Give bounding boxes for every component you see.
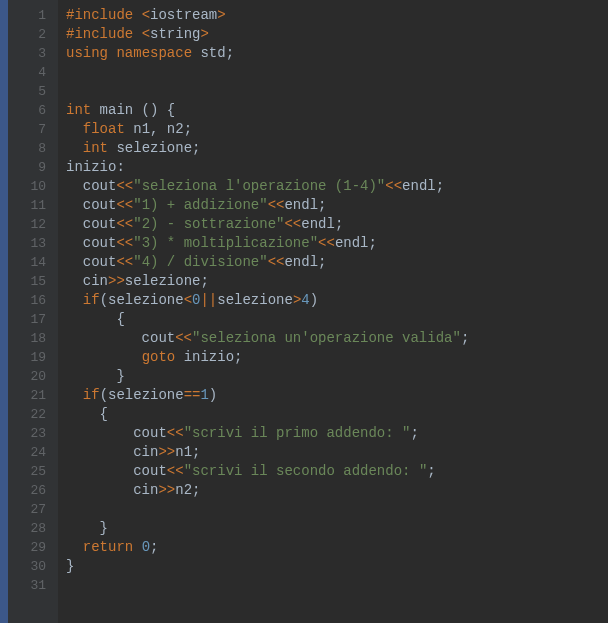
code-token-op: <<	[116, 178, 133, 194]
code-token-number: 4	[301, 292, 309, 308]
code-editor-area[interactable]: #include <iostream>#include <string>usin…	[58, 0, 608, 623]
code-token-string: "1) + addizione"	[133, 197, 267, 213]
code-line[interactable]: if(selezione<0||selezione>4)	[66, 291, 608, 310]
line-number: 28	[8, 519, 58, 538]
code-token-default: cout	[66, 330, 175, 346]
code-token-default: main () {	[100, 102, 176, 118]
code-line[interactable]	[66, 576, 608, 595]
code-token-default: ;	[461, 330, 469, 346]
code-token-type: float	[83, 121, 133, 137]
code-line[interactable]: cout<<"scrivi il secondo addendo: ";	[66, 462, 608, 481]
code-token-default	[66, 121, 83, 137]
code-token-op: <<	[175, 330, 192, 346]
code-line[interactable]: #include <string>	[66, 25, 608, 44]
code-token-default: cout	[66, 216, 116, 232]
line-number: 7	[8, 120, 58, 139]
code-line[interactable]	[66, 82, 608, 101]
line-number: 27	[8, 500, 58, 519]
code-line[interactable]: cout<<"scrivi il primo addendo: ";	[66, 424, 608, 443]
code-line[interactable]: cout<<"1) + addizione"<<endl;	[66, 196, 608, 215]
code-line[interactable]: using namespace std;	[66, 44, 608, 63]
code-token-keyword: return	[83, 539, 142, 555]
code-line[interactable]: {	[66, 310, 608, 329]
code-line[interactable]: if(selezione==1)	[66, 386, 608, 405]
line-number: 21	[8, 386, 58, 405]
line-number: 11	[8, 196, 58, 215]
line-number: 4	[8, 63, 58, 82]
code-line[interactable]: {	[66, 405, 608, 424]
code-line[interactable]: int selezione;	[66, 139, 608, 158]
line-number: 3	[8, 44, 58, 63]
code-token-keyword: using	[66, 45, 116, 61]
line-number: 25	[8, 462, 58, 481]
code-line[interactable]: cin>>n1;	[66, 443, 608, 462]
line-number: 23	[8, 424, 58, 443]
code-token-string: "scrivi il primo addendo: "	[184, 425, 411, 441]
code-token-default: (selezione	[100, 292, 184, 308]
line-number: 18	[8, 329, 58, 348]
code-token-default	[66, 387, 83, 403]
code-line[interactable]: int main () {	[66, 101, 608, 120]
code-line[interactable]: cin>>n2;	[66, 481, 608, 500]
code-line[interactable]: goto inizio;	[66, 348, 608, 367]
code-line[interactable]: }	[66, 367, 608, 386]
code-line[interactable]: return 0;	[66, 538, 608, 557]
code-line[interactable]: }	[66, 557, 608, 576]
code-token-default	[66, 292, 83, 308]
code-token-type: int	[83, 140, 117, 156]
code-line[interactable]	[66, 63, 608, 82]
line-number: 26	[8, 481, 58, 500]
code-token-default	[66, 349, 142, 365]
code-token-op: <<	[116, 197, 133, 213]
code-token-preproc: #include	[66, 7, 142, 23]
line-number-gutter[interactable]: 1234567891011121314151617181920212223242…	[8, 0, 58, 623]
code-token-string: "4) / divisione"	[133, 254, 267, 270]
code-line[interactable]: cout<<"seleziona un'operazione valida";	[66, 329, 608, 348]
code-token-op: <<	[385, 178, 402, 194]
code-token-default: cin	[66, 444, 158, 460]
code-token-op: <<	[318, 235, 335, 251]
code-token-default: n1;	[175, 444, 200, 460]
line-number: 15	[8, 272, 58, 291]
code-line[interactable]: cin>>selezione;	[66, 272, 608, 291]
code-token-op: <	[184, 292, 192, 308]
code-token-op: >>	[158, 482, 175, 498]
code-token-default: }	[66, 520, 108, 536]
code-token-default: cin	[66, 482, 158, 498]
line-number: 31	[8, 576, 58, 595]
code-line[interactable]: float n1, n2;	[66, 120, 608, 139]
line-number: 12	[8, 215, 58, 234]
code-token-op: <<	[116, 235, 133, 251]
code-line[interactable]: cout<<"seleziona l'operazione (1-4)"<<en…	[66, 177, 608, 196]
code-token-op: <<	[284, 216, 301, 232]
code-token-default	[66, 539, 83, 555]
code-token-default: (selezione	[100, 387, 184, 403]
code-line[interactable]: }	[66, 519, 608, 538]
code-token-default: selezione;	[125, 273, 209, 289]
code-token-op: ||	[200, 292, 217, 308]
code-line[interactable]	[66, 500, 608, 519]
code-line[interactable]: cout<<"2) - sottrazione"<<endl;	[66, 215, 608, 234]
code-token-op: <<	[268, 197, 285, 213]
code-token-op: <<	[167, 425, 184, 441]
code-token-op: <<	[116, 216, 133, 232]
code-token-default	[66, 140, 83, 156]
code-token-default: {	[66, 406, 108, 422]
code-token-default: selezione	[217, 292, 293, 308]
code-token-default: endl;	[284, 197, 326, 213]
code-token-string: "seleziona un'operazione valida"	[192, 330, 461, 346]
code-line[interactable]: #include <iostream>	[66, 6, 608, 25]
code-line[interactable]: inizio:	[66, 158, 608, 177]
code-token-op: <	[142, 7, 150, 23]
code-line[interactable]: cout<<"3) * moltiplicazione"<<endl;	[66, 234, 608, 253]
code-token-default: n2;	[175, 482, 200, 498]
code-token-keyword: if	[83, 387, 100, 403]
line-number: 9	[8, 158, 58, 177]
code-token-preproc: #include	[66, 26, 142, 42]
code-line[interactable]: cout<<"4) / divisione"<<endl;	[66, 253, 608, 272]
code-token-default: cin	[66, 273, 108, 289]
code-token-default: endl;	[284, 254, 326, 270]
line-number: 8	[8, 139, 58, 158]
code-token-default: cout	[66, 197, 116, 213]
code-token-default: selezione;	[116, 140, 200, 156]
